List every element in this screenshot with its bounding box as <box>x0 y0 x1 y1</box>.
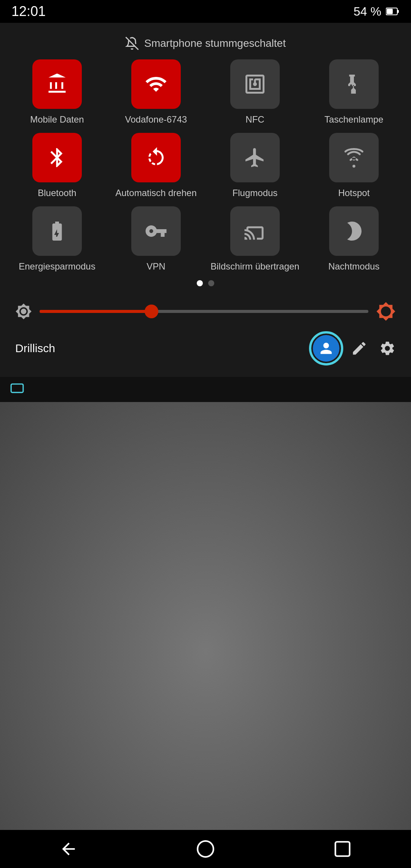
brightness-track <box>40 310 368 313</box>
tile-vpn[interactable]: VPN <box>110 206 202 272</box>
page-dot-1 <box>197 280 203 286</box>
quick-settings-panel: Smartphone stummgeschaltet Mobile Daten … <box>0 23 411 377</box>
battery-text: 54 % <box>354 5 381 19</box>
airplane-icon <box>244 146 266 169</box>
nfc-icon-bg <box>230 59 280 109</box>
vpn-icon <box>145 220 167 243</box>
qs-bottom-bar: Drillisch <box>11 329 400 365</box>
status-right: 54 % <box>354 5 400 19</box>
flugmodus-icon-bg <box>230 133 280 182</box>
tile-label-flugmodus: Flugmodus <box>233 187 278 199</box>
brightness-row <box>11 298 400 329</box>
nfc-icon <box>244 73 266 96</box>
tile-hotspot[interactable]: Hotspot <box>308 133 400 199</box>
svg-point-7 <box>198 841 213 857</box>
tile-bluetooth[interactable]: Bluetooth <box>11 133 103 199</box>
user-avatar[interactable] <box>313 335 339 362</box>
system-nav-bar <box>0 830 411 868</box>
tile-auto-drehen[interactable]: Automatisch drehen <box>110 133 202 199</box>
tile-label-nfc: NFC <box>245 113 264 125</box>
settings-icon <box>379 340 396 357</box>
carrier-name: Drillisch <box>15 342 55 355</box>
hotspot-icon-bg <box>329 133 379 182</box>
tile-flugmodus[interactable]: Flugmodus <box>209 133 301 199</box>
back-button[interactable] <box>59 839 78 858</box>
page-dot-2 <box>208 280 214 286</box>
svg-rect-2 <box>387 9 393 14</box>
recents-icon-qs[interactable] <box>8 382 27 397</box>
qs-bottom-icons <box>313 335 396 362</box>
tile-label-hotspot: Hotspot <box>338 187 370 199</box>
tile-label-nachtmodus: Nachtmodus <box>328 260 380 272</box>
mobile-daten-icon-bg <box>32 59 82 109</box>
tile-nfc[interactable]: NFC <box>209 59 301 125</box>
tile-nachtmodus[interactable]: Nachtmodus <box>308 206 400 272</box>
nav-bar-qs <box>0 377 411 402</box>
user-avatar-container[interactable] <box>313 335 339 362</box>
tile-energiesparmodus[interactable]: Energiesparmodus <box>11 206 103 272</box>
brightness-slider[interactable] <box>40 309 368 314</box>
svg-point-4 <box>352 165 355 168</box>
tile-label-bildschirm: Bildschirm übertragen <box>210 260 299 272</box>
tiles-grid: Mobile Daten Vodafone-6743 NFC <box>11 59 400 273</box>
brightness-thumb[interactable] <box>145 305 158 318</box>
edit-button[interactable] <box>351 340 368 357</box>
svg-line-3 <box>126 37 139 50</box>
svg-rect-1 <box>397 10 399 13</box>
tile-taschenlampe[interactable]: Taschenlampe <box>308 59 400 125</box>
vpn-icon-bg <box>131 206 181 256</box>
brightness-low-icon <box>15 303 32 320</box>
tile-label-bluetooth: Bluetooth <box>38 187 76 199</box>
silent-text: Smartphone stummgeschaltet <box>144 37 286 49</box>
home-wallpaper <box>0 402 411 868</box>
auto-drehen-icon-bg <box>131 133 181 182</box>
night-mode-icon <box>342 220 365 243</box>
user-avatar-ring <box>309 331 343 365</box>
hotspot-icon <box>342 146 365 169</box>
flashlight-icon <box>342 73 365 96</box>
settings-button[interactable] <box>379 340 396 357</box>
tile-mobile-daten[interactable]: Mobile Daten <box>11 59 103 125</box>
bluetooth-icon-bg <box>32 133 82 182</box>
tile-label-auto-drehen: Automatisch drehen <box>115 187 196 199</box>
tile-label-energiesparmodus: Energiesparmodus <box>19 260 95 272</box>
home-button[interactable] <box>196 839 215 858</box>
brightness-fill <box>40 310 155 313</box>
bluetooth-icon <box>46 146 68 169</box>
silent-notification: Smartphone stummgeschaltet <box>11 30 400 59</box>
svg-rect-8 <box>335 842 350 856</box>
edit-icon <box>351 340 368 357</box>
energiesparmodus-icon-bg <box>32 206 82 256</box>
status-time: 12:01 <box>11 3 46 19</box>
battery-saver-icon <box>46 220 68 243</box>
mobile-data-icon <box>46 73 68 96</box>
screen-cast-icon <box>244 220 266 243</box>
tile-label-mobile-daten: Mobile Daten <box>30 113 84 125</box>
tile-vodafone[interactable]: Vodafone-6743 <box>110 59 202 125</box>
tile-label-taschenlampe: Taschenlampe <box>325 113 384 125</box>
tile-label-vpn: VPN <box>147 260 165 272</box>
svg-rect-5 <box>11 384 23 392</box>
tile-label-vodafone: Vodafone-6743 <box>125 113 187 125</box>
home-screen: Notizen <box>0 402 411 868</box>
tile-bildschirm[interactable]: Bildschirm übertragen <box>209 206 301 272</box>
wifi-icon <box>145 73 167 96</box>
rotate-icon <box>145 146 167 169</box>
nachtmodus-icon-bg <box>329 206 379 256</box>
page-indicators <box>11 280 400 286</box>
bell-off-icon <box>125 37 139 50</box>
recents-button[interactable] <box>333 839 352 858</box>
brightness-high-icon <box>376 302 396 321</box>
bildschirm-icon-bg <box>230 206 280 256</box>
vodafone-icon-bg <box>131 59 181 109</box>
battery-icon <box>386 7 400 16</box>
taschenlampe-icon-bg <box>329 59 379 109</box>
status-bar: 12:01 54 % <box>0 0 411 23</box>
